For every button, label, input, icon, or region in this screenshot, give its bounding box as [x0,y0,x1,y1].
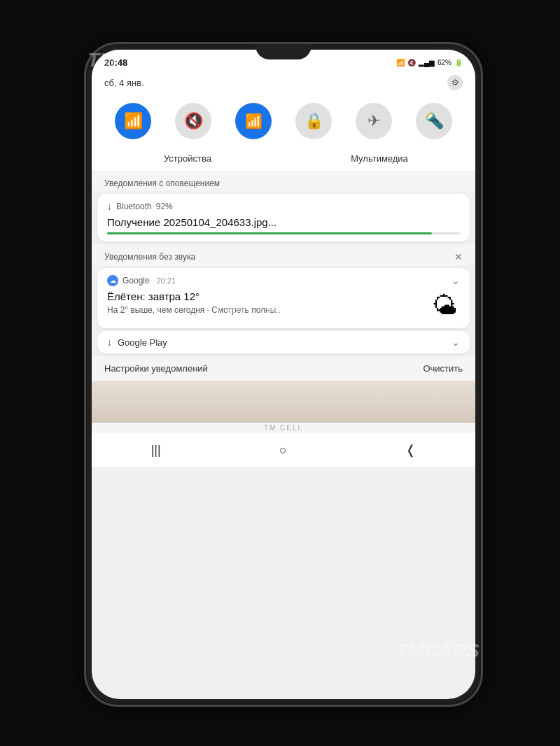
clear-btn[interactable]: Очистить [423,363,463,374]
google-weather-card[interactable]: ☁ Google 20:21 ⌄ Ёлётен: завтра 12° На 2… [97,268,470,328]
notification-settings-btn[interactable]: Настройки уведомлений [104,363,208,374]
bottom-actions: Настройки уведомлений Очистить [92,356,475,381]
flashlight-icon: 🔦 [425,112,444,130]
bt-card-header: ↓ Bluetooth 92% [107,201,460,212]
silent-section-header: Уведомления без звука ✕ [92,244,475,265]
settings-button[interactable]: ⚙ [447,75,463,90]
weather-subtitle: На 2° выше, чем сегодня · Смотреть полны… [107,305,429,315]
bluetooth-status-icon: 📶 [396,59,405,66]
google-app-name: Google [122,276,150,286]
mute-status-icon: 🔇 [407,59,416,66]
carrier-text: TM CELL [92,423,475,433]
flashlight-toggle[interactable]: 🔦 [416,103,452,139]
tab-devices[interactable]: Устройства [92,146,284,171]
date-settings-row: сб, 4 янв. ⚙ [92,72,475,96]
wifi-icon: 📶 [124,112,143,130]
wifi-toggle[interactable]: 📶 [115,103,151,139]
status-icons: 📶 🔇 ▂▄▆ 62% 🔋 [396,59,463,66]
date-text: сб, 4 янв. [104,78,144,88]
bt-download-title: Получение 20250104_204633.jpg... [107,216,460,228]
bluetooth-download-card[interactable]: ↓ Bluetooth 92% Получение 20250104_20463… [97,194,470,241]
weather-icon: 🌤 [429,290,460,321]
airplane-icon: ✈ [368,112,380,130]
silent-section-label-text: Уведомления без звука [104,252,195,262]
gplay-label: Google Play [118,337,167,348]
mute-toggle[interactable]: 🔇 [175,103,211,139]
status-time: 20:48 [104,57,127,68]
google-notification-time: 20:21 [157,276,176,285]
back-btn[interactable]: ❬ [405,442,416,458]
phone-notch [255,44,312,59]
lock-icon: 🔒 [304,112,323,130]
bg-dark-left [0,0,84,746]
bt-percent-label: 92% [156,202,173,211]
bluetooth-toggle[interactable]: 📶 [235,103,272,139]
bg-dark-right [483,0,560,746]
lock-toggle[interactable]: 🔒 [295,103,332,139]
battery-status-icon: 62% [438,59,451,66]
quick-toggles: 📶 🔇 📶 🔒 ✈ 🔦 [92,96,475,146]
google-play-card[interactable]: ↓ Google Play ⌄ [97,331,470,353]
signal-status-icon: ▂▄▆ [419,59,435,66]
gplay-download-icon: ↓ [107,337,112,348]
sound-section-label: Уведомления с оповещением [92,171,475,191]
airplane-toggle[interactable]: ✈ [356,103,392,139]
nav-bar: ||| ○ ❬ [92,433,475,467]
gplay-expand-btn[interactable]: ⌄ [451,337,460,348]
google-cloud-icon: ☁ [107,275,118,286]
mute-icon: 🔇 [184,112,203,130]
bt-download-icon: ↓ [107,201,112,212]
battery-icon: 🔋 [454,59,463,66]
tabs-row: Устройства Мультимедиа [92,146,475,171]
partly-cloudy-icon: 🌤 [432,291,457,321]
google-card-header: ☁ Google 20:21 [107,275,460,286]
phone-body: 20:48 📶 🔇 ▂▄▆ 62% 🔋 сб, 4 янв. ⚙ 📶 [84,42,483,707]
bt-source-label: Bluetooth [116,202,152,211]
weather-content: Ёлётен: завтра 12° На 2° выше, чем сегод… [107,290,460,321]
bt-progress-bar [107,232,460,234]
recent-apps-btn[interactable]: ||| [151,443,161,458]
tab-media[interactable]: Мультимедиа [284,146,475,171]
home-btn[interactable]: ○ [279,443,287,458]
bluetooth-icon: 📶 [245,113,262,129]
weather-title: Ёлётен: завтра 12° [107,290,429,302]
weather-text-block: Ёлётен: завтра 12° На 2° выше, чем сегод… [107,290,429,315]
photo-background: TM TMCARS TMCARS 20:48 📶 🔇 ▂▄▆ 62% 🔋 сб,… [0,0,560,746]
google-expand-btn[interactable]: ⌄ [451,275,460,286]
phone-screen: 20:48 📶 🔇 ▂▄▆ 62% 🔋 сб, 4 янв. ⚙ 📶 [92,50,475,699]
screen-background-content [92,381,475,423]
silent-close-btn[interactable]: ✕ [454,251,463,262]
bt-progress-fill [107,232,432,234]
